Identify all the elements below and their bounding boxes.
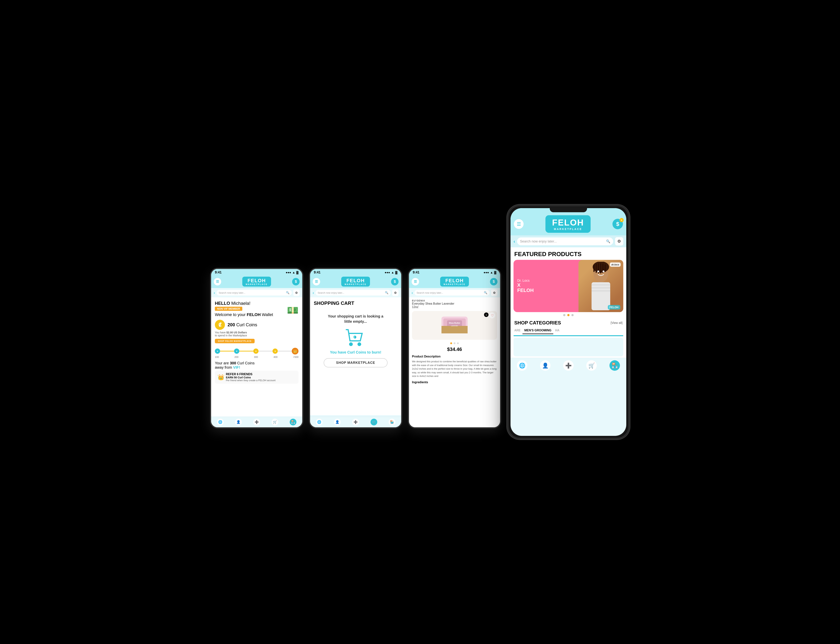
status-bar-2: 9:41 ●●● ▲ ▓ xyxy=(310,269,401,275)
search-bar-1: ‹ Search now enjoy later... 🔍 ⚙ xyxy=(211,288,302,297)
shop-feloh-btn[interactable]: SHOP FELOH MARKETPLACE xyxy=(215,339,255,343)
person-svg xyxy=(584,262,618,310)
battery-icon-3: ▓ xyxy=(494,271,496,274)
filter-button-3[interactable]: ⚙ xyxy=(491,289,498,296)
logo-text-1: FELOH xyxy=(246,278,268,284)
wallet-button-1[interactable]: $ xyxy=(292,278,299,286)
status-icons-1: ●●● ▲ ▓ xyxy=(286,271,299,274)
person-placeholder xyxy=(579,260,623,312)
main-search-input[interactable]: Search now enjoy later... 🔍 xyxy=(517,237,613,245)
banner-person-area: dr.locs xyxy=(538,260,623,312)
logo-3: FELOH MARKETPLACE xyxy=(440,277,469,286)
main-nav-cart[interactable]: 🛒 xyxy=(586,360,597,371)
heart-button[interactable]: ♡ xyxy=(489,312,495,319)
cat-are[interactable]: ARE xyxy=(513,327,523,334)
back-button-3[interactable]: ‹ xyxy=(412,291,413,295)
main-screen-body: FEATURED PRODUCTS Dr. Locs X FELOH xyxy=(511,247,626,358)
banner-text: Dr. Locs X FELOH xyxy=(513,260,538,312)
cat-ha[interactable]: HA xyxy=(553,327,561,334)
hello-text: HELLO Michaela! xyxy=(215,301,299,306)
main-nav-globe[interactable]: 🌐 xyxy=(517,360,527,371)
nav-person-1[interactable]: 👤 xyxy=(235,419,242,426)
shop-cat-title: SHOP CATEGORIES xyxy=(514,320,561,326)
filter-button-1[interactable]: ⚙ xyxy=(293,289,299,296)
main-back-button[interactable]: ‹ xyxy=(513,238,515,244)
logo-text-2: FELOH xyxy=(345,278,367,284)
nav-cart-2[interactable]: 🛒 xyxy=(370,419,377,426)
cat-mens-grooming[interactable]: MEN'S GROOMING xyxy=(523,327,553,334)
logo-sub-2: MARKETPLACE xyxy=(345,283,367,286)
nav-plus-2[interactable]: ➕ xyxy=(352,419,359,426)
search-input-2[interactable]: Search now enjoy later... 🔍 xyxy=(316,290,391,296)
shop-marketplace-button[interactable]: SHOP MARKETPLACE xyxy=(324,358,388,367)
small-phones-group: 9:41 ●●● ▲ ▓ ☰ FELOH MARKETPLACE $ ‹ Sea… xyxy=(210,268,501,440)
wifi-icon: ▲ xyxy=(292,271,295,274)
nav-store-2[interactable]: 🏪 xyxy=(389,419,395,426)
main-logo-text: FELOH xyxy=(552,217,584,228)
ingredients-title: Ingredients xyxy=(412,381,497,384)
wallet-button-2[interactable]: $ xyxy=(391,278,399,286)
phone-main-frame: ☰ FELOH MARKETPLACE $ ● ‹ Search now enj… xyxy=(507,204,630,440)
search-placeholder-3: Search now enjoy later... xyxy=(417,291,443,294)
progress-dot-2: ● xyxy=(234,348,239,354)
back-button-2[interactable]: ‹ xyxy=(313,291,314,295)
svg-rect-11 xyxy=(592,282,610,310)
nav-store-1[interactable]: 🏪 xyxy=(290,419,296,426)
signal-icon-3: ●●● xyxy=(483,271,489,274)
search-placeholder-2: Search now enjoy later... xyxy=(318,291,344,294)
back-button-1[interactable]: ‹ xyxy=(214,291,215,295)
wallet-button-3[interactable]: $ xyxy=(490,278,498,286)
power-button xyxy=(629,243,630,258)
empty-cart-text: Your shopping cart is looking a little e… xyxy=(316,314,396,324)
svg-rect-19 xyxy=(600,263,601,273)
signal-icon: ●●● xyxy=(286,271,291,274)
cart-icon-1: 🛒 xyxy=(271,419,278,426)
search-input-1[interactable]: Search now enjoy later... 🔍 xyxy=(217,290,292,296)
feloh-banner-watermark: FELOH xyxy=(608,305,620,309)
filter-button-2[interactable]: ⚙ xyxy=(392,289,399,296)
scene: 9:41 ●●● ▲ ▓ ☰ FELOH MARKETPLACE $ ‹ Sea… xyxy=(210,204,630,440)
search-placeholder-1: Search now enjoy later... xyxy=(219,291,245,294)
svg-point-1 xyxy=(357,342,361,346)
main-nav-plus[interactable]: ➕ xyxy=(563,360,574,371)
bottom-nav-1: 🌐 👤 ➕ 🛒 🏪 xyxy=(211,417,302,427)
nav-cart-1[interactable]: 🛒 xyxy=(271,419,278,426)
vip-crown-icon: 👑 xyxy=(217,374,224,380)
main-bottom-nav: 🌐 👤 ➕ 🛒 🏪 xyxy=(511,358,626,373)
phone-main-screen: ☰ FELOH MARKETPLACE $ ● ‹ Search now enj… xyxy=(511,208,626,436)
banner-line2: X xyxy=(517,283,534,288)
main-filter-button[interactable]: ⚙ xyxy=(615,237,623,245)
menu-button-3[interactable]: ☰ xyxy=(412,278,419,286)
main-search-icon: 🔍 xyxy=(606,239,610,243)
empty-cart-message: Your shopping cart is looking a little e… xyxy=(314,310,398,371)
banner-dot-2 xyxy=(567,314,569,316)
person-icon-1: 👤 xyxy=(235,419,242,426)
product-content: EU'GENIA Everyday Shea Butter Lavender 1… xyxy=(409,297,500,427)
progress-dot-1: ● xyxy=(215,348,220,354)
wifi-icon-3: ▲ xyxy=(490,271,493,274)
main-nav-person[interactable]: 👤 xyxy=(540,360,551,371)
nav-plus-1[interactable]: ➕ xyxy=(253,419,260,426)
phone-notch xyxy=(550,206,587,212)
main-nav-store[interactable]: 🏪 xyxy=(610,360,620,371)
menu-button-2[interactable]: ☰ xyxy=(313,278,320,286)
menu-button-1[interactable]: ☰ xyxy=(214,278,221,286)
status-icons-2: ●●● ▲ ▓ xyxy=(385,271,398,274)
svg-rect-14 xyxy=(592,290,610,292)
nav-person-2[interactable]: 👤 xyxy=(334,419,341,426)
store-icon-1: 🏪 xyxy=(290,419,296,426)
svg-rect-13 xyxy=(592,287,610,289)
svg-point-22 xyxy=(597,271,599,272)
progress-line-3 xyxy=(258,351,273,352)
svg-text:Lavender: Lavender xyxy=(451,325,458,327)
main-menu-button[interactable]: ☰ xyxy=(514,219,524,229)
plus-icon-1: ➕ xyxy=(253,419,260,426)
nav-globe-2[interactable]: 🌐 xyxy=(316,419,322,426)
search-input-3[interactable]: Search now enjoy later... 🔍 xyxy=(414,290,490,296)
product-dot-3 xyxy=(457,342,459,344)
coin-amount-text: 200 Curl Coins xyxy=(228,322,257,327)
search-bar-2: ‹ Search now enjoy later... 🔍 ⚙ xyxy=(310,288,401,297)
nav-globe-1[interactable]: 🌐 xyxy=(217,419,224,426)
search-icon-2: 🔍 xyxy=(385,291,388,294)
view-all-link[interactable]: [View all] xyxy=(611,321,623,325)
